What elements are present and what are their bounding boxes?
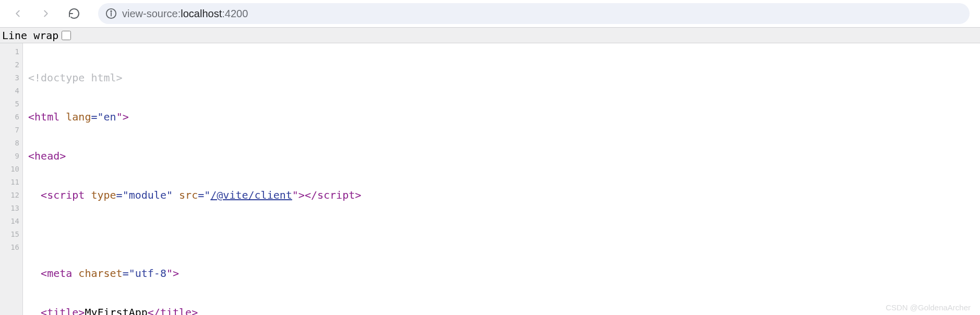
doctype: <!doctype html> — [28, 71, 123, 84]
line-number: 4 — [0, 84, 19, 98]
line-number: 6 — [0, 111, 19, 124]
line-number: 1 — [0, 45, 19, 58]
address-bar[interactable]: view-source:localhost:4200 — [98, 3, 970, 24]
line-number: 9 — [0, 150, 19, 163]
line-number: 15 — [0, 228, 19, 241]
forward-button[interactable] — [39, 6, 53, 21]
line-number: 8 — [0, 137, 19, 150]
line-number: 14 — [0, 215, 19, 228]
line-number: 10 — [0, 163, 19, 176]
source-code: <!doctype html> <html lang="en"> <head> … — [23, 43, 669, 315]
address-text: view-source:localhost:4200 — [122, 8, 248, 20]
line-wrap-checkbox[interactable] — [62, 31, 71, 40]
browser-toolbar: view-source:localhost:4200 — [0, 0, 980, 27]
line-number: 12 — [0, 189, 19, 202]
source-view: 12345678910111213141516 <!doctype html> … — [0, 43, 980, 315]
line-number: 2 — [0, 58, 19, 71]
line-wrap-bar: Line wrap — [0, 27, 980, 43]
line-wrap-label: Line wrap — [2, 29, 58, 42]
line-number: 5 — [0, 98, 19, 111]
line-number: 13 — [0, 202, 19, 215]
svg-point-2 — [111, 11, 111, 11]
watermark: CSDN @GoldenaArcher — [886, 303, 971, 312]
line-number-gutter: 12345678910111213141516 — [0, 43, 23, 315]
reload-button[interactable] — [67, 6, 81, 21]
line-number: 7 — [0, 124, 19, 137]
back-button[interactable] — [10, 6, 25, 21]
vite-client-link[interactable]: /@vite/client — [210, 189, 292, 201]
line-number: 16 — [0, 241, 19, 254]
line-number: 11 — [0, 176, 19, 189]
line-number: 3 — [0, 71, 19, 84]
info-icon[interactable] — [105, 8, 117, 19]
